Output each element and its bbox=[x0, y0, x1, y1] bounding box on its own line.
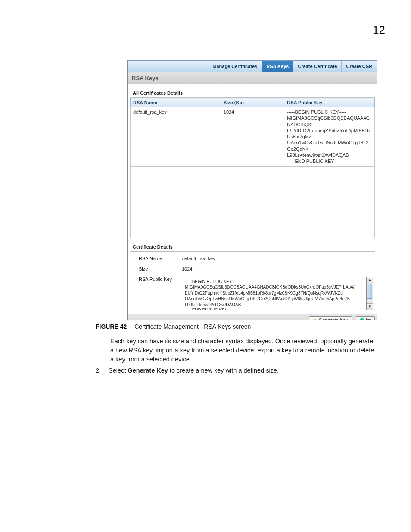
label-rsa-name: RSA Name bbox=[139, 256, 182, 261]
certificates-table: RSA Name Size (Kb) RSA Public Key defaul… bbox=[130, 98, 375, 238]
scroll-track[interactable] bbox=[367, 299, 373, 303]
value-rsa-name: default_rsa_key bbox=[182, 256, 373, 261]
tab-bar-spacer bbox=[128, 61, 208, 72]
panel-title: RSA Keys bbox=[128, 72, 377, 84]
label-size: Size bbox=[139, 266, 182, 271]
tab-manage-certificates[interactable]: Manage Certificates bbox=[208, 61, 262, 72]
value-size: 1024 bbox=[182, 266, 373, 271]
cell-size-kb: 1024 bbox=[221, 107, 284, 167]
label-rsa-public-key: RSA Public Key bbox=[139, 277, 182, 310]
step-suffix: to create a new key with a defined size. bbox=[168, 367, 279, 374]
table-row-empty bbox=[131, 166, 375, 202]
scroll-thumb[interactable] bbox=[367, 284, 372, 299]
scroll-up-icon[interactable]: ▲ bbox=[367, 277, 373, 283]
tab-create-certificate[interactable]: Create Certificate bbox=[293, 61, 342, 72]
generate-key-button[interactable]: Generate Key bbox=[309, 316, 352, 320]
figure-caption-text: Certificate Management - RSA Keys screen bbox=[134, 323, 251, 330]
public-key-text[interactable]: -----BEGIN PUBLIC KEY------ MIGfMA0GCSqG… bbox=[182, 277, 367, 310]
step-prefix: Select bbox=[109, 367, 128, 374]
figure-label: FIGURE 42 bbox=[96, 323, 127, 330]
import-button[interactable]: Im bbox=[356, 316, 375, 320]
col-size-kb[interactable]: Size (Kb) bbox=[221, 98, 284, 107]
section-certificate-details: Certificate Details bbox=[130, 238, 375, 251]
certificate-details: RSA Name default_rsa_key Size 1024 RSA P… bbox=[130, 252, 375, 310]
scrollbar[interactable]: ▲ ▼ bbox=[367, 277, 373, 310]
tab-rsa-keys[interactable]: RSA Keys bbox=[262, 61, 293, 72]
cell-rsa-public-key: -----BEGIN PUBLIC KEY----- MIGfMA0GCSqGS… bbox=[284, 107, 375, 167]
step-text: Select Generate Key to create a new key … bbox=[109, 366, 279, 375]
public-key-field: -----BEGIN PUBLIC KEY------ MIGfMA0GCSqG… bbox=[182, 277, 373, 310]
import-icon bbox=[360, 318, 364, 320]
scroll-down-icon[interactable]: ▼ bbox=[367, 303, 373, 310]
step-bold: Generate Key bbox=[128, 367, 168, 374]
body-paragraph: Each key can have its size and character… bbox=[110, 337, 377, 364]
cell-rsa-name: default_rsa_key bbox=[131, 107, 221, 167]
generate-key-label: Generate Key bbox=[319, 317, 348, 320]
key-icon bbox=[313, 318, 317, 320]
import-label: Im bbox=[366, 317, 371, 320]
figure-caption: FIGURE 42 Certificate Management - RSA K… bbox=[96, 323, 251, 330]
col-rsa-name[interactable]: RSA Name bbox=[131, 98, 221, 107]
button-bar: Generate Key Im bbox=[128, 314, 377, 320]
tab-create-csr[interactable]: Create CSR bbox=[342, 61, 377, 72]
step-number: 2. bbox=[96, 366, 103, 375]
rsa-keys-screenshot: Manage Certificates RSA Keys Create Cert… bbox=[127, 60, 377, 320]
tab-bar: Manage Certificates RSA Keys Create Cert… bbox=[128, 60, 377, 72]
section-all-certificates: All Certificates Details bbox=[130, 84, 375, 97]
step-2: 2. Select Generate Key to create a new k… bbox=[96, 366, 377, 375]
table-row-empty bbox=[131, 202, 375, 238]
page-number: 12 bbox=[373, 23, 385, 37]
col-rsa-public-key[interactable]: RSA Public Key bbox=[284, 98, 375, 107]
page: 12 Manage Certificates RSA Keys Create C… bbox=[0, 0, 411, 532]
table-row[interactable]: default_rsa_key 1024 -----BEGIN PUBLIC K… bbox=[131, 107, 375, 167]
